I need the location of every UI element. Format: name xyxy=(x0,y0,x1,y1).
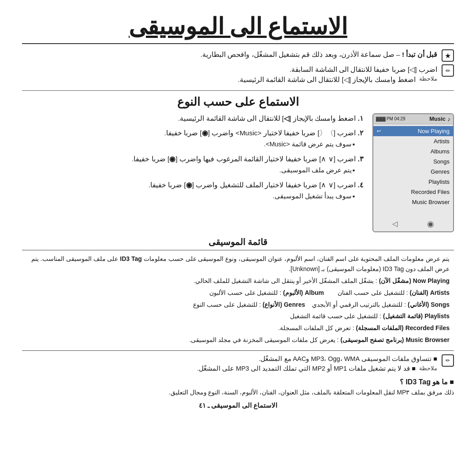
title-divider xyxy=(22,43,454,44)
step-3-sub: يتم عرض ملف الموسيقى. xyxy=(22,166,355,175)
device-menu-item-artists[interactable]: Artists xyxy=(373,136,453,146)
step-1: ١. اضغط وامسك بالإيجاز [◁] للانتقال الى … xyxy=(22,113,364,123)
section-divider xyxy=(22,90,454,91)
star-icon: ★ xyxy=(445,52,451,60)
device-menu-item-now-playing[interactable]: Now Playing ↩ xyxy=(373,126,453,136)
mp-row: ملاحظة ■ قد لا يتم تشغيل ملفات MP1 أو MP… xyxy=(22,364,437,374)
pencil-icon: ✏ xyxy=(446,67,450,74)
device-menu-item-genres[interactable]: Genres xyxy=(373,167,453,177)
compat-text: ■ تتساوق ملفات الموسيقى MP3، Ogg، WMA وA… xyxy=(22,354,437,364)
bottom-note-label: ملاحظة xyxy=(419,365,437,372)
step-4: ٤. اضرب [∨ ∧] ضربا خفيفا لاختيار الملف ل… xyxy=(22,180,364,201)
device-header-left: ♪ Music xyxy=(429,115,450,123)
device-status-bar: 04:29 PM ▓▓▓ xyxy=(376,116,405,121)
step-2: ٢. اضرب [〉〈] ضربا خفيفا لاختيار <Music> … xyxy=(22,128,364,149)
before-start-body: – صل سماعة الأذرن، وبعد ذلك قم بتشغيل ال… xyxy=(201,51,400,58)
device-menu-item-browser[interactable]: Music Browser xyxy=(373,197,453,207)
music-list-playlists: Playlists (قائمة التشغيل) : للتشغيل على … xyxy=(26,311,450,322)
star-icon-box: ★ xyxy=(442,49,454,62)
device-menu: Now Playing ↩ Artists Albums Songs Genre… xyxy=(373,124,453,209)
battery-icon: ▓▓▓ xyxy=(376,116,386,121)
note-line2: اضغط وامسك بالإيجاز [◁] للانتقال الى شاش… xyxy=(22,74,416,85)
step-2-sub: سوف يتم عرض قائمة <Music>. xyxy=(22,140,355,149)
steps-content: ١. اضغط وامسك بالإيجاز [◁] للانتقال الى … xyxy=(22,113,364,232)
before-start-row: ★ قبل أن تبدأ ! – صل سماعة الأذرن، وبعد … xyxy=(22,49,454,62)
note-row: ✏ اضرب [◁] ضربا خفيفا للانتقال الى الشاش… xyxy=(22,64,454,85)
device-menu-item-songs[interactable]: Songs xyxy=(373,156,453,167)
music-list-body: يتم عرض معلومات الملف المحتوية على اسم ا… xyxy=(22,250,454,351)
device-menu-item-recorded[interactable]: Recorded Files xyxy=(373,187,453,197)
page-title: الاستماع الى الموسيقى xyxy=(22,13,454,40)
music-list-title: قائمة الموسيقى xyxy=(22,237,454,247)
before-start-label: قبل أن تبدأ ! xyxy=(402,51,437,58)
music-list-artists-albums: Artists (الفنان) : للتشغيل على حسب الفنا… xyxy=(26,288,450,298)
device-container: ♪ Music 04:29 PM ▓▓▓ Now Playing ↩ Artis… xyxy=(372,113,454,232)
device-bottom-icons: ◉ ◁ xyxy=(373,219,453,229)
device-screen: ♪ Music 04:29 PM ▓▓▓ Now Playing ↩ Artis… xyxy=(372,113,454,232)
device-nav-icon: ◁ xyxy=(392,219,398,228)
mp-warning-text: ■ قد لا يتم تشغيل ملفات MP1 أو MP2 التي … xyxy=(22,364,416,374)
music-list-section: قائمة الموسيقى يتم عرض معلومات الملف الم… xyxy=(22,237,454,351)
note-content: اضرب [◁] ضربا خفيفا للانتقال الى الشاشة … xyxy=(22,64,437,85)
steps-section: ♪ Music 04:29 PM ▓▓▓ Now Playing ↩ Artis… xyxy=(22,113,454,232)
page: الاستماع الى الموسيقى ★ قبل أن تبدأ ! – … xyxy=(0,0,476,476)
note-label: ملاحظة xyxy=(419,75,437,82)
intro-section: ★ قبل أن تبدأ ! – صل سماعة الأذرن، وبعد … xyxy=(22,49,454,85)
note-icon-box: ✏ xyxy=(442,64,454,77)
device-menu-item-playlists[interactable]: Playlists xyxy=(373,177,453,187)
section1-title: الاستماع على حسب النوع xyxy=(22,95,454,109)
note-line1: اضرب [◁] ضربا خفيفا للانتقال الى الشاشة … xyxy=(22,64,437,74)
music-list-intro: يتم عرض معلومات الملف المحتوية على اسم ا… xyxy=(26,254,450,275)
device-now-playing-icon: ↩ xyxy=(377,128,381,134)
music-list-browser: Music Browser (برنامج تصفح الموسيقى) : ي… xyxy=(26,335,450,346)
device-header: ♪ Music 04:29 PM ▓▓▓ xyxy=(373,114,453,124)
compat-row: ✏ ■ تتساوق ملفات الموسيقى MP3، Ogg، WMA … xyxy=(22,354,454,374)
before-start-text: قبل أن تبدأ ! – صل سماعة الأذرن، وبعد ذل… xyxy=(22,49,437,60)
music-list-recorded: Recorded Files (الملفات المسجلة) : تعرض … xyxy=(26,323,450,334)
id3-section: ■ ما هو ID3 Tag ؟ ذلك مرفق بملف MP٣ لنقل… xyxy=(22,378,454,397)
device-circle-icon: ◉ xyxy=(427,219,434,229)
compat-icon-box: ✏ xyxy=(442,354,454,367)
note-pencil-icon: ✏ xyxy=(446,357,450,364)
bottom-section: ✏ ■ تتساوق ملفات الموسيقى MP3، Ogg، WMA … xyxy=(22,354,454,410)
music-list-songs-genres: Songs (الأغاني) : للتشغيل بالترتيب الرقم… xyxy=(26,300,450,310)
music-list-now-playing: Now Playing (مشغّل الآن) : يشغّل الملف ا… xyxy=(26,276,450,286)
note-line2-row: ملاحظة اضغط وامسك بالإيجاز [◁] للانتقال … xyxy=(22,74,437,85)
device-now-playing-label: Now Playing xyxy=(418,128,450,134)
device-music-label: Music xyxy=(429,115,446,122)
device-time: 04:29 PM xyxy=(387,116,405,121)
device-menu-item-albums[interactable]: Albums xyxy=(373,146,453,156)
id3-body: ذلك مرفق بملف MP٣ لنقل المعلومات المتعلق… xyxy=(22,388,454,397)
compat-content: ■ تتساوق ملفات الموسيقى MP3، Ogg، WMA وA… xyxy=(22,354,437,374)
footer-note: الاستماع الى الموسيقى ـ ٤١ xyxy=(22,402,454,409)
step-4-sub: سوف يبدأ تشغيل الموسيقى. xyxy=(22,192,355,201)
step-3: ٣. اضرب [∨ ∧] ضربا خفيفا لاختيار القائمة… xyxy=(22,154,364,175)
id3-title: ■ ما هو ID3 Tag ؟ xyxy=(22,378,454,386)
music-note-icon: ♪ xyxy=(447,115,450,123)
